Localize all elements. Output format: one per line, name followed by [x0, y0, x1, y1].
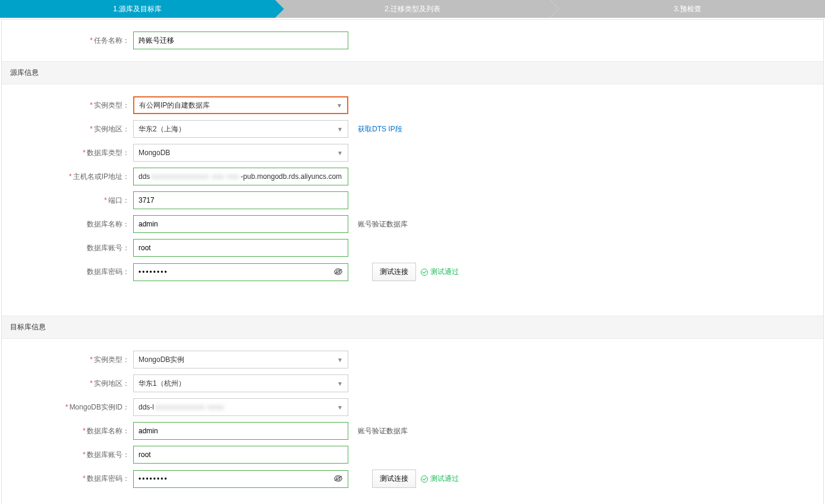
target-password-input-wrap	[133, 470, 348, 488]
eye-icon[interactable]	[333, 474, 343, 484]
target-password-label: *数据库密码：	[61, 474, 130, 484]
source-password-input[interactable]	[138, 268, 333, 276]
source-region-row: *实例地区： 华东2（上海） ▼ 获取DTS IP段	[61, 120, 823, 138]
target-account-label: *数据库账号：	[61, 450, 130, 460]
source-test-pass-badge: 测试通过	[421, 267, 459, 277]
source-body: *实例类型： 有公网IP的自建数据库 ▼ *实例地区： 华东2（上海） ▼ 获取…	[2, 84, 823, 299]
target-region-select[interactable]: 华东1（杭州） ▼	[133, 374, 348, 392]
source-port-input-wrap	[133, 191, 348, 209]
source-db-type-select[interactable]: MongoDB ▼	[133, 144, 348, 162]
target-test-connection-button[interactable]: 测试连接	[372, 470, 416, 488]
step-1-label: 1.源库及目标库	[113, 5, 162, 13]
source-dbname-row: 数据库名称： 账号验证数据库	[61, 215, 823, 233]
eye-icon[interactable]	[333, 267, 343, 277]
target-instance-type-select[interactable]: MongoDB实例 ▼	[133, 351, 348, 368]
step-bar: 1.源库及目标库 2.迁移类型及列表 3.预检查	[0, 0, 825, 18]
target-account-input[interactable]	[138, 451, 343, 459]
target-dbname-input-wrap	[133, 422, 348, 440]
source-instance-type-select[interactable]: 有公网IP的自建数据库 ▼	[133, 96, 348, 114]
chevron-down-icon: ▼	[337, 126, 343, 133]
source-region-select[interactable]: 华东2（上海） ▼	[133, 120, 348, 138]
step-3-label: 3.预检查	[674, 5, 701, 13]
target-password-input[interactable]	[138, 475, 333, 483]
source-port-row: *端口：	[61, 191, 823, 209]
source-host-label: *主机名或IP地址：	[61, 172, 130, 182]
source-region-label: *实例地区：	[61, 124, 130, 134]
target-instance-type-value: MongoDB实例	[138, 355, 184, 365]
step-3[interactable]: 3.预检查	[550, 0, 825, 18]
target-header: 目标库信息	[2, 316, 823, 339]
chevron-down-icon: ▼	[337, 357, 343, 363]
source-password-row: 数据库密码： 测试连接 测试通过	[61, 263, 823, 281]
source-instance-type-label: *实例类型：	[61, 100, 130, 111]
target-dbname-row: *数据库名称： 账号验证数据库	[61, 422, 823, 440]
target-region-value: 华东1（杭州）	[138, 379, 185, 389]
source-host-input[interactable]: dds xxxxxxxxxxxxxx xxx xxx -pub.mongodb.…	[138, 172, 342, 181]
section-spacer	[2, 299, 823, 316]
source-account-input-wrap	[133, 239, 348, 257]
task-name-input-wrap	[133, 32, 348, 49]
source-password-input-wrap	[133, 263, 348, 281]
source-password-label: 数据库密码：	[61, 267, 130, 277]
source-instance-type-row: *实例类型： 有公网IP的自建数据库 ▼	[61, 96, 823, 114]
step-2[interactable]: 2.迁移类型及列表	[275, 0, 550, 18]
target-dbname-input[interactable]	[138, 427, 343, 435]
source-host-input-wrap: dds xxxxxxxxxxxxxx xxx xxx -pub.mongodb.…	[133, 168, 348, 185]
target-region-label: *实例地区：	[61, 379, 130, 389]
target-instance-id-row: *MongoDB实例ID： dds-l xxxxxxxxxxxx xxxx ▼	[61, 398, 823, 416]
chevron-down-icon: ▼	[337, 380, 343, 387]
source-test-connection-button[interactable]: 测试连接	[372, 263, 416, 281]
target-instance-type-row: *实例类型： MongoDB实例 ▼	[61, 351, 823, 368]
source-dbname-input-wrap	[133, 215, 348, 233]
task-name-label: *任务名称：	[70, 36, 130, 46]
content-area: *任务名称： 源库信息 *实例类型： 有公网IP的自建数据库 ▼ *实例地区： …	[1, 19, 824, 504]
source-db-type-label: *数据库类型：	[61, 148, 130, 158]
task-name-row: *任务名称：	[2, 20, 823, 61]
source-instance-type-value: 有公网IP的自建数据库	[139, 100, 210, 111]
task-name-input[interactable]	[138, 36, 343, 45]
target-instance-id-label: *MongoDB实例ID：	[61, 402, 130, 412]
step-1[interactable]: 1.源库及目标库	[0, 0, 275, 18]
chevron-down-icon: ▼	[336, 102, 342, 109]
chevron-down-icon: ▼	[337, 404, 343, 411]
target-account-row: *数据库账号：	[61, 446, 823, 464]
target-body: *实例类型： MongoDB实例 ▼ *实例地区： 华东1（杭州） ▼ *Mon…	[2, 339, 823, 504]
chevron-down-icon: ▼	[337, 150, 343, 156]
check-circle-icon	[421, 475, 428, 483]
target-region-row: *实例地区： 华东1（杭州） ▼	[61, 374, 823, 392]
source-host-row: *主机名或IP地址： dds xxxxxxxxxxxxxx xxx xxx -p…	[61, 168, 823, 185]
target-password-row: *数据库密码： 测试连接 测试通过	[61, 470, 823, 488]
source-region-value: 华东2（上海）	[138, 124, 185, 134]
source-dbname-label: 数据库名称：	[61, 219, 130, 229]
get-dts-ip-link[interactable]: 获取DTS IP段	[358, 124, 402, 134]
target-test-pass-badge: 测试通过	[421, 474, 459, 484]
source-account-input[interactable]	[138, 244, 343, 252]
target-instance-type-label: *实例类型：	[61, 355, 130, 365]
target-dbname-hint: 账号验证数据库	[358, 426, 408, 436]
target-instance-id-select[interactable]: dds-l xxxxxxxxxxxx xxxx ▼	[133, 398, 348, 416]
target-dbname-label: *数据库名称：	[61, 426, 130, 436]
source-port-input[interactable]	[138, 196, 343, 204]
check-circle-icon	[421, 269, 428, 276]
target-account-input-wrap	[133, 446, 348, 464]
source-db-type-value: MongoDB	[138, 149, 170, 157]
step-2-label: 2.迁移类型及列表	[385, 5, 440, 13]
source-dbname-input[interactable]	[138, 220, 343, 228]
source-header: 源库信息	[2, 61, 823, 84]
source-port-label: *端口：	[61, 196, 130, 206]
source-account-row: 数据库账号：	[61, 239, 823, 257]
target-instance-id-value: dds-l xxxxxxxxxxxx xxxx	[138, 403, 224, 411]
source-db-type-row: *数据库类型： MongoDB ▼	[61, 144, 823, 162]
source-dbname-hint: 账号验证数据库	[358, 219, 408, 229]
source-account-label: 数据库账号：	[61, 243, 130, 253]
